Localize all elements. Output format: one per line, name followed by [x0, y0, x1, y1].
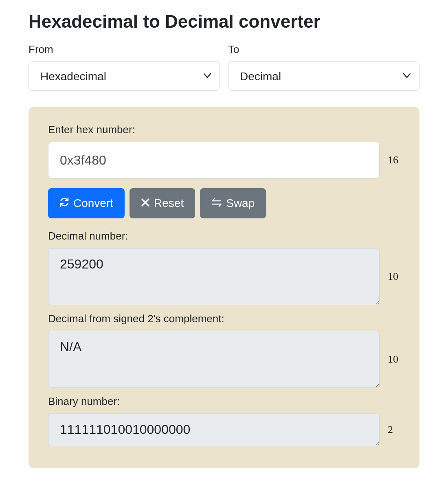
from-select-group: From Hexadecimal	[29, 43, 220, 91]
signed-base-label: 10	[388, 353, 400, 365]
from-label: From	[29, 43, 220, 56]
from-select[interactable]: Hexadecimal	[29, 62, 220, 91]
decimal-output[interactable]: 259200	[48, 248, 380, 305]
binary-output-group: Binary number: 111111010010000000 2	[48, 395, 400, 446]
decimal-output-group: Decimal number: 259200 10	[48, 230, 400, 305]
reset-button[interactable]: Reset	[130, 188, 195, 218]
input-group: Enter hex number: 16	[48, 123, 400, 178]
to-select-group: To Decimal	[228, 43, 419, 91]
input-row: 16	[48, 142, 400, 178]
to-select-wrapper: Decimal	[228, 62, 419, 91]
refresh-icon	[59, 197, 69, 210]
to-label: To	[228, 43, 419, 56]
close-icon	[141, 197, 150, 210]
decimal-row: 259200 10	[48, 248, 400, 305]
reset-button-label: Reset	[154, 197, 184, 210]
converter-panel: Enter hex number: 16 Convert Reset	[29, 107, 419, 468]
swap-icon	[211, 197, 222, 210]
swap-button[interactable]: Swap	[200, 188, 266, 218]
buttons-row: Convert Reset Swap	[48, 188, 400, 218]
input-label: Enter hex number:	[48, 123, 400, 136]
decimal-base-label: 10	[388, 271, 400, 283]
decimal-label: Decimal number:	[48, 230, 400, 242]
from-select-wrapper: Hexadecimal	[29, 62, 220, 91]
hex-input[interactable]	[48, 142, 380, 178]
page-title: Hexadecimal to Decimal converter	[29, 11, 419, 32]
swap-button-label: Swap	[226, 197, 255, 210]
binary-base-label: 2	[388, 424, 400, 436]
convert-button[interactable]: Convert	[48, 188, 125, 218]
convert-button-label: Convert	[73, 197, 113, 210]
signed-row: N/A 10	[48, 331, 400, 388]
binary-row: 111111010010000000 2	[48, 414, 400, 446]
signed-output-group: Decimal from signed 2's complement: N/A …	[48, 312, 400, 388]
signed-output[interactable]: N/A	[48, 331, 380, 388]
base-selects-row: From Hexadecimal To Decimal	[29, 43, 419, 91]
input-base-label: 16	[388, 154, 400, 166]
binary-label: Binary number:	[48, 395, 400, 408]
to-select[interactable]: Decimal	[228, 62, 419, 91]
binary-output[interactable]: 111111010010000000	[48, 414, 380, 446]
signed-label: Decimal from signed 2's complement:	[48, 312, 400, 325]
